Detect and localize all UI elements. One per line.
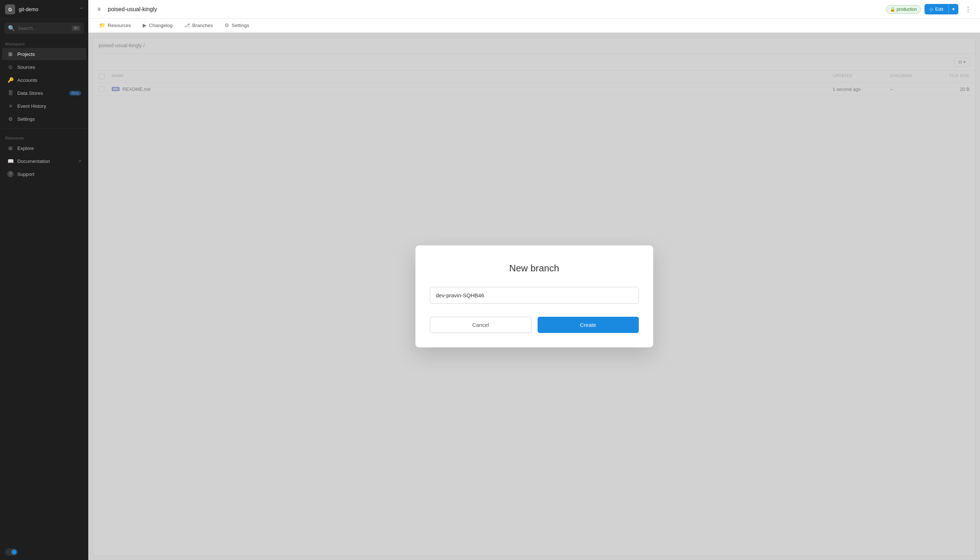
app-logo: G [5,4,15,14]
sidebar-item-label: Sources [17,65,35,70]
modal-overlay: New branch Cancel Create [88,33,980,560]
modal-title: New branch [430,263,639,274]
edit-icon: ◇ [930,7,933,12]
sidebar-item-settings[interactable]: ⚙ Settings [2,113,86,125]
sidebar-item-data-stores[interactable]: 🗄 Data Stores Beta [2,87,86,99]
subnav-item-changelog[interactable]: ▶ Changelog [138,19,178,32]
resources-section-label: Resources [0,132,88,142]
external-link-icon: ↗ [78,159,81,163]
sidebar-item-explore[interactable]: ⊞ Explore [2,142,86,154]
subnav-item-resources[interactable]: 📁 Resources [94,19,136,32]
event-history-icon: ≡ [7,103,14,109]
search-bar[interactable]: 🔍 ⌘/ [4,23,84,34]
topbar: ≡ poised-usual-kingly 🔒 production ◇ Edi… [88,0,980,19]
chevron-icon: ⌃ [80,7,83,12]
workspace-section-label: Workspace [0,37,88,48]
edit-button[interactable]: ◇ Edit [925,4,948,14]
sidebar-item-label: Explore [17,146,34,151]
resources-nav-icon: 📁 [99,22,105,28]
subnav-item-branches[interactable]: ⎇ Branches [179,19,218,32]
lock-icon: 🔒 [890,7,895,12]
sidebar-item-projects[interactable]: ⊞ Projects [2,48,86,60]
sidebar-header[interactable]: G git-demo ⌃ [0,0,88,19]
changelog-nav-icon: ▶ [143,22,146,28]
sidebar-item-label: Projects [17,52,35,57]
sidebar-item-label: Data Stores [17,90,43,96]
topbar-icon: ≡ [94,4,104,14]
settings-nav-icon: ⚙ [225,22,229,28]
sidebar-item-sources[interactable]: ⊙ Sources [2,61,86,73]
new-branch-modal: New branch Cancel Create [416,245,653,347]
documentation-icon: 📖 [7,158,14,164]
sidebar-item-label: Event History [17,103,46,109]
main-content: ≡ poised-usual-kingly 🔒 production ◇ Edi… [88,0,980,560]
create-button[interactable]: Create [537,317,639,333]
sidebar-bottom [0,544,88,560]
projects-icon: ⊞ [7,51,14,57]
support-icon: ? [7,171,14,177]
production-badge: 🔒 production [886,5,921,14]
branches-nav-icon: ⎇ [184,22,190,28]
search-icon: 🔍 [8,25,15,32]
settings-icon: ⚙ [7,116,14,122]
explore-icon: ⊞ [7,145,14,152]
subnav: 📁 Resources ▶ Changelog ⎇ Branches ⚙ Set… [88,19,980,33]
data-stores-icon: 🗄 [7,90,14,96]
topbar-title: poised-usual-kingly [108,6,882,13]
sidebar-item-label: Settings [17,117,35,122]
sidebar-item-event-history[interactable]: ≡ Event History [2,100,86,112]
theme-toggle[interactable] [5,548,18,556]
sidebar: G git-demo ⌃ 🔍 ⌘/ Workspace ⊞ Projects ⊙… [0,0,88,560]
more-options-button[interactable]: ⋮ [962,4,974,15]
sidebar-item-label: Documentation [17,158,50,164]
sources-icon: ⊙ [7,64,14,70]
sidebar-item-label: Support [17,172,34,177]
content-area: poised-usual-kingly / ⊟ ▾ NAME UPDATED C… [88,33,980,560]
modal-actions: Cancel Create [430,317,639,333]
search-input[interactable] [18,26,69,31]
subnav-item-settings[interactable]: ⚙ Settings [220,19,255,32]
cancel-button[interactable]: Cancel [430,317,532,333]
sidebar-item-accounts[interactable]: 🔑 Accounts [2,74,86,86]
sidebar-item-documentation[interactable]: 📖 Documentation ↗ [2,155,86,167]
beta-badge: Beta [69,91,81,95]
search-shortcut: ⌘/ [72,26,80,31]
edit-button-group: ◇ Edit ▾ [925,4,958,14]
sidebar-item-label: Accounts [17,77,37,83]
sidebar-item-support[interactable]: ? Support [2,168,86,180]
branch-name-input[interactable] [430,287,639,304]
accounts-icon: 🔑 [7,77,14,83]
project-name: git-demo [19,7,76,12]
edit-dropdown-button[interactable]: ▾ [948,4,958,14]
